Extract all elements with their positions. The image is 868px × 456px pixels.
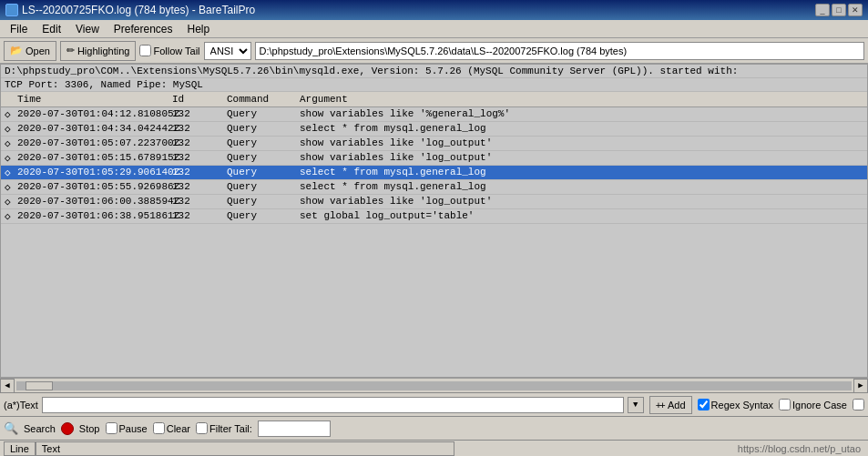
extra-checkbox[interactable] — [853, 399, 864, 410]
stop-icon — [61, 422, 74, 435]
row-indicator: ◇ — [1, 107, 14, 121]
row-argument: show variables like 'log_output' — [296, 195, 867, 208]
close-button[interactable]: ✕ — [848, 4, 863, 16]
table-row[interactable]: ◇ 2020-07-30T01:05:15.678915Z 132 Query … — [1, 151, 867, 166]
log-content[interactable]: D:\phpstudy_pro\COM..\Extensions\MySQL5.… — [1, 65, 867, 377]
row-id: 132 — [168, 137, 223, 150]
menu-file[interactable]: File — [4, 21, 34, 37]
menu-bar: File Edit View Preferences Help — [0, 20, 868, 38]
status-bar: Line Text https://blog.csdn.net/p_utao — [0, 440, 868, 456]
row-command: Query — [223, 137, 296, 150]
log-header: Time Id Command Argument — [1, 92, 867, 107]
text-label: (a*)Text — [4, 400, 38, 410]
search-dropdown-button[interactable]: ▼ — [628, 397, 644, 413]
log-fullwidth-row: D:\phpstudy_pro\COM..\Extensions\MySQL5.… — [1, 65, 867, 78]
row-argument: select * from mysql.general_log — [296, 166, 867, 179]
log-area: D:\phpstudy_pro\COM..\Extensions\MySQL5.… — [0, 64, 868, 378]
search-bar-2: 🔍 Search Stop Pause Clear Filter Tail: — [0, 416, 868, 440]
ignore-case-label: Ignore Case — [779, 399, 847, 410]
row-argument: show variables like '%general_log%' — [296, 107, 867, 121]
table-row[interactable]: ◇ 2020-07-30T01:05:55.926986Z 132 Query … — [1, 180, 867, 195]
row-indicator: ◇ — [1, 122, 14, 136]
row-id: 132 — [168, 122, 223, 136]
row-time: 2020-07-30T01:05:55.926986Z — [14, 180, 168, 194]
regex-syntax-label: Regex Syntax — [698, 399, 773, 410]
row-id: 132 — [168, 107, 223, 121]
row-time: 2020-07-30T01:04:12.810805Z — [14, 107, 168, 121]
row-command: Query — [223, 195, 296, 208]
search-input[interactable] — [42, 397, 624, 413]
minimize-button[interactable]: _ — [815, 4, 830, 16]
menu-edit[interactable]: Edit — [36, 21, 67, 37]
filter-tail-input[interactable] — [258, 421, 331, 437]
app-icon — [5, 4, 18, 16]
folder-icon: 📂 — [10, 45, 23, 56]
row-argument: show variables like 'log_output' — [296, 137, 867, 150]
row-argument: show variables like 'log_output' — [296, 151, 867, 165]
file-path-input[interactable] — [255, 42, 864, 60]
follow-tail-checkbox-label: Follow Tail — [139, 45, 199, 56]
row-id: 132 — [168, 180, 223, 194]
row-command: Query — [223, 122, 296, 136]
status-line: Line — [4, 441, 36, 456]
log-rows-container: ◇ 2020-07-30T01:04:12.810805Z 132 Query … — [1, 107, 867, 224]
row-id: 132 — [168, 195, 223, 208]
menu-help[interactable]: Help — [181, 21, 217, 37]
search-label: Search — [24, 423, 56, 434]
stop-label[interactable]: Stop — [79, 423, 100, 434]
menu-view[interactable]: View — [69, 21, 106, 37]
toolbar: 📂 Open ✏ Highlighting Follow Tail ANSI — [0, 38, 868, 64]
scroll-right-button[interactable]: ▶ — [853, 379, 868, 393]
row-argument: select * from mysql.general_log — [296, 180, 867, 194]
row-indicator: ◇ — [1, 209, 14, 223]
clear-checkbox[interactable] — [153, 422, 165, 434]
menu-preferences[interactable]: Preferences — [107, 21, 179, 37]
table-row[interactable]: ◇ 2020-07-30T01:06:00.388594Z 132 Query … — [1, 195, 867, 209]
row-indicator: ◇ — [1, 166, 14, 179]
row-command: Query — [223, 209, 296, 223]
text-search-area: (a*)Text ▼ — [4, 397, 644, 413]
highlighting-button[interactable]: ✏ Highlighting — [60, 41, 136, 61]
row-time: 2020-07-30T01:05:29.906140Z — [14, 166, 168, 179]
open-button[interactable]: 📂 Open — [4, 41, 56, 61]
scroll-track[interactable] — [16, 381, 852, 390]
row-time: 2020-07-30T01:04:34.042442Z — [14, 122, 168, 136]
row-argument: select * from mysql.general_log — [296, 122, 867, 136]
row-time: 2020-07-30T01:06:38.951861Z — [14, 209, 168, 223]
row-command: Query — [223, 166, 296, 179]
horizontal-scrollbar: ◀ ▶ — [0, 378, 868, 392]
follow-tail-checkbox[interactable] — [139, 45, 151, 56]
regex-syntax-checkbox[interactable] — [698, 399, 710, 410]
filter-tail-checkbox[interactable] — [196, 422, 208, 434]
table-row[interactable]: ◇ 2020-07-30T01:04:34.042442Z 132 Query … — [1, 122, 867, 137]
row-argument: set global log_output='table' — [296, 209, 867, 223]
search-icon: 🔍 — [4, 421, 18, 436]
table-row[interactable]: ◇ 2020-07-30T01:04:12.810805Z 132 Query … — [1, 107, 867, 122]
watermark: https://blog.csdn.net/p_utao — [454, 443, 864, 454]
row-time: 2020-07-30T01:06:00.388594Z — [14, 195, 168, 208]
row-indicator: ◇ — [1, 195, 14, 208]
row-indicator: ◇ — [1, 137, 14, 150]
row-command: Query — [223, 107, 296, 121]
table-row[interactable]: ◇ 2020-07-30T01:06:38.951861Z 132 Query … — [1, 209, 867, 224]
row-time: 2020-07-30T01:05:15.678915Z — [14, 151, 168, 165]
filter-tail-label: Filter Tail: — [196, 422, 252, 434]
ignore-case-checkbox[interactable] — [779, 399, 791, 410]
clear-label: Clear — [153, 422, 190, 434]
add-button[interactable]: + + Add — [649, 396, 692, 414]
scroll-left-button[interactable]: ◀ — [0, 379, 15, 393]
status-text: Text — [36, 441, 454, 456]
maximize-button[interactable]: □ — [832, 4, 846, 16]
row-id: 132 — [168, 209, 223, 223]
search-bar-1: (a*)Text ▼ + + Add Regex Syntax Ignore C… — [0, 392, 868, 416]
row-indicator: ◇ — [1, 151, 14, 165]
row-command: Query — [223, 151, 296, 165]
row-id: 132 — [168, 166, 223, 179]
pause-label: Pause — [106, 422, 148, 434]
table-row[interactable]: ◇ 2020-07-30T01:05:29.906140Z 132 Query … — [1, 166, 867, 180]
encoding-select[interactable]: ANSI — [204, 42, 251, 60]
row-id: 132 — [168, 151, 223, 165]
scroll-thumb[interactable] — [26, 381, 53, 390]
pause-checkbox[interactable] — [106, 422, 117, 434]
table-row[interactable]: ◇ 2020-07-30T01:05:07.223700Z 132 Query … — [1, 137, 867, 151]
